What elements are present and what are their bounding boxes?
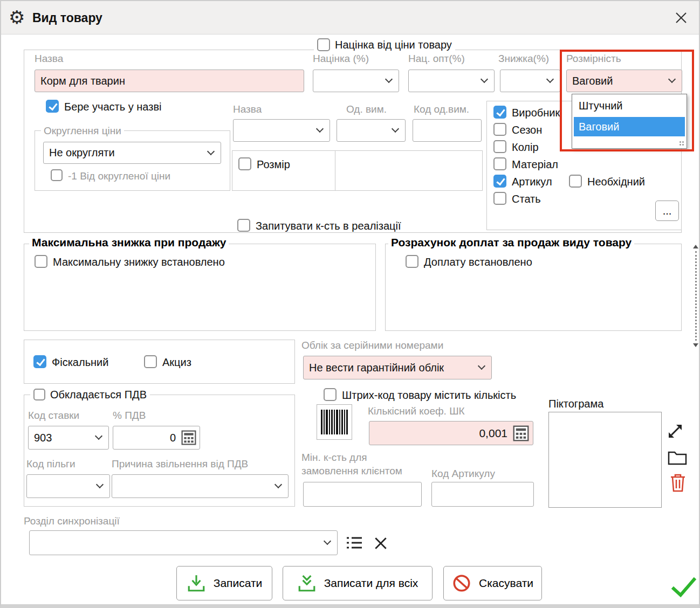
calculator-icon[interactable]: [513, 425, 529, 441]
dimension-label: Розмірність: [566, 53, 621, 65]
required-checkbox[interactable]: [569, 175, 582, 188]
chevron-down-icon: [546, 75, 554, 83]
chevron-down-icon: [481, 75, 488, 83]
manufacturer-checkbox[interactable]: [493, 106, 506, 119]
size-checkbox[interactable]: [238, 157, 251, 170]
dimension-option-shtuchnyi[interactable]: Штучний: [574, 96, 685, 115]
trash-icon: [670, 473, 686, 493]
article-label: Артикул: [512, 176, 552, 188]
dimension-select[interactable]: Ваговий: [566, 70, 682, 92]
markup-percent-select[interactable]: [313, 70, 399, 92]
save-button[interactable]: Записати: [176, 566, 272, 600]
close-icon: [674, 11, 688, 25]
vat-checkbox[interactable]: [33, 389, 45, 400]
cancel-button[interactable]: Скасувати: [443, 566, 542, 600]
excise-checkbox[interactable]: [144, 355, 157, 368]
calculator-icon[interactable]: [181, 430, 196, 445]
serial-select[interactable]: Не вести гарантійний облік: [303, 356, 492, 379]
chevron-down-icon: [96, 481, 104, 488]
excise-label: Акциз: [162, 356, 191, 369]
chevron-down-icon: [668, 75, 676, 83]
dimension-dropdown-popup: Штучний Ваговий: [572, 94, 687, 149]
dimension-option-vahovyi[interactable]: Ваговий: [574, 117, 685, 136]
sync-list-button[interactable]: [344, 534, 365, 552]
chevron-down-icon: [478, 362, 485, 370]
confirm-button[interactable]: [670, 575, 698, 600]
article-code-input[interactable]: [431, 482, 534, 507]
attr-name-select[interactable]: [233, 119, 330, 142]
fiscal-label: Фіскальний: [52, 356, 108, 369]
gear-icon: ⚙: [9, 6, 25, 28]
barcode-button[interactable]: [317, 404, 352, 440]
close-button[interactable]: [673, 10, 689, 26]
vat-rate-code-select[interactable]: 903: [28, 426, 109, 450]
vat-rate-code-label: Код ставки: [28, 410, 79, 422]
save-icon: [187, 574, 206, 593]
scrollbar-track[interactable]: [695, 251, 697, 341]
coef-field[interactable]: 0,001: [369, 421, 533, 445]
ask-qty-label: Запитувати к-сть в реалізації: [256, 220, 401, 232]
save-all-icon: [297, 574, 317, 593]
more-button-label: ...: [663, 205, 672, 217]
sync-clear-button[interactable]: [372, 535, 389, 552]
dimension-value: Ваговий: [572, 75, 613, 87]
name-label: Назва: [35, 53, 63, 65]
scroll-up-icon[interactable]: [693, 245, 698, 248]
color-checkbox[interactable]: [493, 140, 506, 153]
sync-select[interactable]: [29, 530, 338, 555]
chevron-down-icon: [274, 481, 282, 488]
minus-one-label: -1 Від округленої ціни: [68, 170, 170, 182]
material-checkbox[interactable]: [493, 157, 506, 170]
part-of-name-label: Бере участь у назві: [64, 101, 161, 113]
delete-image-button[interactable]: [669, 472, 687, 494]
load-image-button[interactable]: [667, 448, 688, 467]
surcharge-checkbox[interactable]: [406, 255, 418, 268]
scroll-down-icon[interactable]: [693, 343, 698, 347]
serial-value: Не вести гарантійний облік: [309, 362, 444, 374]
vat-legend-label: Обкладається ПДВ: [50, 389, 147, 401]
season-checkbox[interactable]: [493, 123, 506, 136]
save-all-button[interactable]: Записати для всіх: [283, 566, 433, 600]
chevron-down-icon: [316, 125, 324, 133]
more-button[interactable]: ...: [655, 201, 679, 221]
vat-exempt-reason-select[interactable]: [112, 474, 289, 498]
gender-checkbox[interactable]: [493, 192, 506, 205]
rounding-select[interactable]: Не округляти: [43, 142, 221, 164]
vat-benefit-code-select[interactable]: [26, 474, 110, 498]
markup-percent-label: Націнка (%): [313, 53, 369, 65]
material-label: Матеріал: [512, 158, 558, 171]
expand-icon: [665, 422, 685, 441]
max-discount-title: Максимальна знижка при продажу: [29, 236, 229, 249]
part-of-name-checkbox[interactable]: [46, 100, 59, 113]
wholesale-markup-select[interactable]: [408, 70, 495, 92]
size-extra-box: [335, 150, 483, 191]
min-qty-label-line1: Мін. к-сть для: [301, 452, 367, 464]
manufacturer-label: Виробник: [512, 107, 560, 119]
gender-label: Стать: [512, 193, 541, 205]
markup-from-price-checkbox[interactable]: [317, 38, 330, 51]
discount-percent-select[interactable]: [500, 70, 560, 92]
name-input[interactable]: Корм для тварин: [35, 70, 304, 92]
chevron-down-icon: [95, 432, 102, 440]
barcode-icon: [321, 410, 348, 434]
check-icon: [671, 577, 697, 598]
sync-label: Розділ синхронізації: [24, 515, 120, 527]
article-checkbox[interactable]: [493, 175, 506, 188]
min-qty-input[interactable]: [303, 482, 422, 507]
ask-qty-checkbox[interactable]: [237, 219, 250, 232]
unit-select[interactable]: [337, 119, 406, 142]
fiscal-checkbox[interactable]: [33, 355, 46, 368]
max-discount-checkbox[interactable]: [35, 255, 47, 268]
resize-grip-icon[interactable]: [679, 141, 685, 147]
unit-code-input[interactable]: [413, 119, 482, 142]
size-label: Розмір: [257, 158, 290, 171]
vertical-scrollbar[interactable]: [692, 245, 699, 347]
rounding-legend: Округлення ціни: [41, 125, 124, 137]
required-label: Необхідний: [587, 176, 645, 188]
vat-percent-field[interactable]: 0: [113, 426, 200, 450]
chevron-down-icon: [385, 75, 393, 83]
barcode-qty-checkbox[interactable]: [324, 388, 337, 401]
minus-one-checkbox[interactable]: [51, 169, 63, 181]
clear-icon: [373, 536, 388, 551]
expand-image-button[interactable]: [664, 420, 686, 442]
